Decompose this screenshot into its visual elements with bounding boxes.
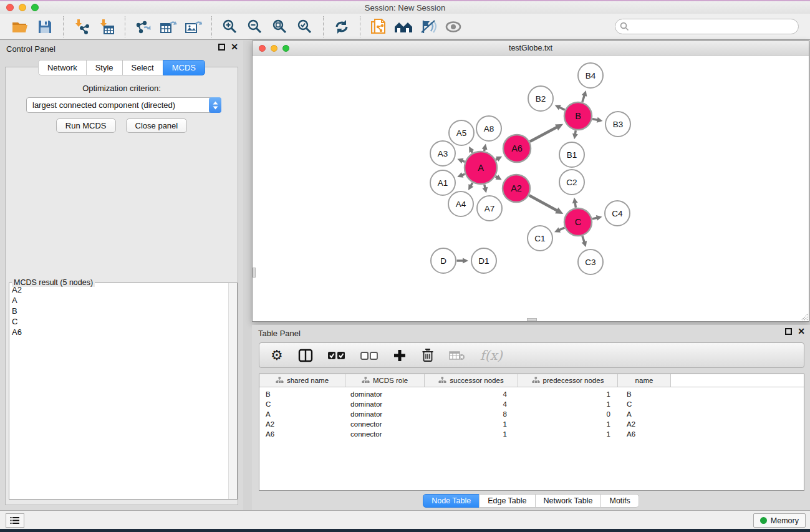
tab-network-table[interactable]: Network Table <box>535 494 602 508</box>
table-row[interactable]: Bdominator41B <box>259 389 804 399</box>
column-header-predecessor-nodes[interactable]: predecessor nodes <box>518 374 618 387</box>
add-column-icon[interactable] <box>393 346 407 365</box>
table-toolbar: ⚙ <box>259 342 804 368</box>
cell-predecessor-nodes: 0 <box>518 410 618 418</box>
result-list-scrollbar[interactable] <box>228 283 237 499</box>
table-row[interactable]: Adominator80A <box>259 409 804 419</box>
zoom-fit-icon[interactable] <box>268 16 292 37</box>
result-item[interactable]: B <box>9 306 228 316</box>
deselect-all-checkboxes-icon[interactable] <box>360 346 378 365</box>
optimization-criterion-label: Optimization criterion: <box>0 84 243 93</box>
first-neighbors-icon[interactable] <box>391 16 416 37</box>
table-row[interactable]: A6connector11A6 <box>259 429 804 439</box>
node-label-C3: C3 <box>585 258 595 267</box>
close-table-panel-icon[interactable]: ✕ <box>798 328 805 335</box>
horizontal-scroll-indicator[interactable] <box>527 318 537 321</box>
session-title: Session: New Session <box>0 3 810 12</box>
result-item[interactable]: A <box>9 295 228 306</box>
float-table-panel-icon[interactable] <box>785 328 792 335</box>
cell-name: B <box>618 390 671 398</box>
node-label-C4: C4 <box>612 209 623 218</box>
import-table-icon[interactable] <box>94 16 119 37</box>
arrowhead-B-B4 <box>582 90 587 97</box>
node-table: shared nameMCDS rolesuccessor nodesprede… <box>259 374 804 491</box>
column-header-shared-name[interactable]: shared name <box>259 374 345 387</box>
toolbar-separator <box>63 16 64 37</box>
zoom-in-icon[interactable] <box>218 16 243 37</box>
edge-A6-B[interactable] <box>530 127 558 142</box>
tab-motifs[interactable]: Motifs <box>600 494 639 508</box>
result-item[interactable]: A6 <box>9 327 228 337</box>
result-item[interactable]: C <box>9 316 228 327</box>
cell-MCDS-role: dominator <box>345 410 425 418</box>
node-label-C1: C1 <box>534 234 545 243</box>
table-row[interactable]: Cdominator41C <box>259 399 804 409</box>
node-label-B2: B2 <box>536 94 546 104</box>
close-panel-button[interactable]: Close panel <box>126 118 188 133</box>
tab-network[interactable]: Network <box>38 60 87 75</box>
arrowhead-A-A8 <box>482 143 488 150</box>
close-panel-icon[interactable]: ✕ <box>231 44 238 51</box>
memory-button[interactable]: Memory <box>753 513 806 528</box>
edge-A2-C[interactable] <box>529 195 558 211</box>
export-image-icon[interactable] <box>181 16 206 37</box>
node-label-B: B <box>575 111 581 121</box>
zoom-out-icon[interactable] <box>243 16 268 37</box>
delete-table-icon[interactable] <box>449 346 465 365</box>
zoom-selected-icon[interactable] <box>292 16 317 37</box>
tree-icon <box>276 377 284 385</box>
function-builder-icon[interactable]: f(x) <box>480 346 503 365</box>
show-graphics-details-icon[interactable] <box>441 16 466 37</box>
select-all-checkboxes-icon[interactable] <box>328 346 345 365</box>
resize-grip[interactable] <box>799 312 808 321</box>
export-network-icon[interactable] <box>131 16 156 37</box>
table-row[interactable]: A2connector11A2 <box>259 419 804 429</box>
main-toolbar <box>0 14 810 40</box>
column-header-name[interactable]: name <box>618 374 671 387</box>
tree-icon <box>362 377 370 385</box>
apply-layout-icon[interactable] <box>329 16 354 37</box>
tab-edge-table[interactable]: Edge Table <box>479 494 535 508</box>
result-item[interactable]: A2 <box>9 284 228 295</box>
open-file-icon[interactable] <box>7 16 32 37</box>
split-columns-icon[interactable] <box>298 346 313 365</box>
toolbar-separator <box>125 16 125 37</box>
save-session-icon[interactable] <box>32 16 57 37</box>
run-mcds-button[interactable]: Run MCDS <box>56 118 116 133</box>
tab-mcds[interactable]: MCDS <box>163 60 205 75</box>
search-input[interactable] <box>615 19 799 34</box>
hide-graphics-details-icon[interactable] <box>416 16 441 37</box>
cell-successor-nodes: 8 <box>425 410 518 418</box>
import-network-icon[interactable] <box>69 16 94 37</box>
workspace: Control Panel ✕ NetworkStyleSelectMCDS O… <box>0 41 810 510</box>
new-network-file-icon[interactable] <box>366 16 391 37</box>
node-label-A4: A4 <box>456 200 466 209</box>
vertical-scroll-indicator[interactable] <box>253 268 256 278</box>
tab-node-table[interactable]: Node Table <box>423 494 480 508</box>
show-panels-list-button[interactable] <box>6 513 24 528</box>
arrowhead-A-A7 <box>482 187 488 193</box>
desktop: Session: New Session <box>0 0 810 532</box>
column-header-successor-nodes[interactable]: successor nodes <box>425 374 518 387</box>
cell-predecessor-nodes: 1 <box>518 400 618 408</box>
node-label-D1: D1 <box>478 256 489 266</box>
network-window-title: testGlobe.txt <box>253 44 809 52</box>
tab-style[interactable]: Style <box>86 60 123 75</box>
tree-icon <box>532 377 540 385</box>
dropdown-stepper-icon <box>209 97 221 113</box>
tab-select[interactable]: Select <box>122 60 163 75</box>
arrowhead-B-B3 <box>597 117 603 123</box>
toolbar-separator <box>211 16 212 37</box>
table-panel: Table Panel ✕ ⚙ <box>252 325 810 510</box>
export-table-icon[interactable] <box>156 16 181 37</box>
toolbar-separator <box>360 16 360 37</box>
network-window-titlebar[interactable]: testGlobe.txt <box>253 41 809 56</box>
cell-shared-name: C <box>259 400 345 408</box>
gear-icon[interactable]: ⚙ <box>271 346 283 365</box>
criterion-dropdown[interactable]: largest connected component (directed) <box>26 97 221 113</box>
delete-column-icon[interactable] <box>422 346 434 365</box>
column-header-MCDS-role[interactable]: MCDS role <box>345 374 425 387</box>
node-label-A5: A5 <box>456 128 467 138</box>
network-canvas[interactable]: B4B2BB3A8A5A6A3B1AA1C2A2A4A7C4CC1C3DD1 <box>253 56 809 321</box>
float-panel-icon[interactable] <box>218 44 225 51</box>
